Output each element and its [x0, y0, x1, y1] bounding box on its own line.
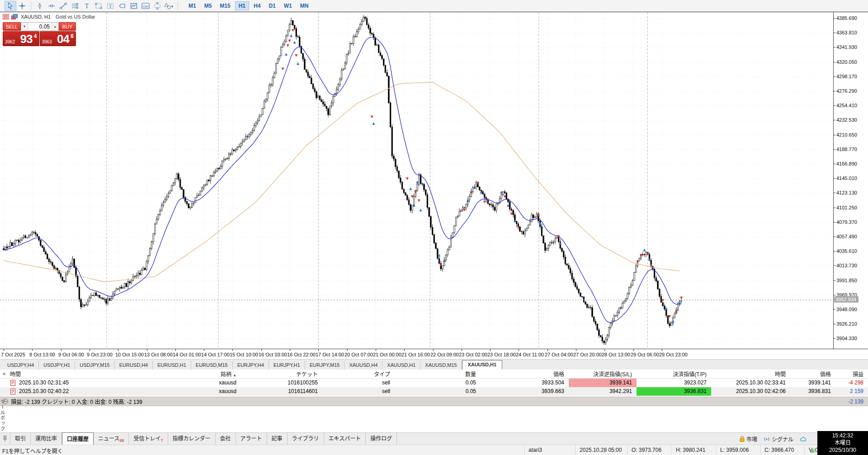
- chart-tab-XAUUSD-M15[interactable]: XAUUSD,M15: [420, 361, 462, 370]
- history-row-1[interactable]: 2025.10.30 02:31:45 xauusd 1016100255 se…: [0, 379, 868, 387]
- trendline-tool-icon[interactable]: [57, 1, 69, 11]
- timeframe-button-H4[interactable]: H4: [250, 1, 264, 10]
- horizontal-line-tool-icon[interactable]: [46, 1, 57, 11]
- column-header-4[interactable]: 数量: [395, 370, 481, 378]
- crosshair-tool-icon[interactable]: [16, 1, 28, 11]
- column-header-10[interactable]: 損益: [835, 370, 868, 378]
- ohlc-low: L: 3959.006: [716, 445, 760, 455]
- time-tick-mark: [376, 349, 376, 351]
- timeframe-button-D1[interactable]: D1: [265, 1, 279, 10]
- time-tick-label: 23 Oct 02:00: [459, 352, 487, 357]
- column-header-8[interactable]: 時間: [711, 370, 790, 378]
- toolbox-tab-1[interactable]: 運用比率: [31, 432, 62, 445]
- sort-asc-icon: ▲: [233, 373, 236, 377]
- price-tick-label: 4254.410: [836, 103, 857, 108]
- toolbox-tab-5[interactable]: 指標カレンダー: [168, 432, 216, 445]
- cursor-tool-icon[interactable]: [5, 1, 16, 11]
- price-tick-label: 4363.810: [836, 30, 857, 35]
- rectangle-tool-icon[interactable]: [93, 1, 104, 11]
- bar-time: 2025.10.28 05:00: [576, 445, 627, 455]
- signal-link[interactable]: シグナル: [764, 435, 793, 443]
- chart-tab-EURUSD-H1[interactable]: EURUSD,H1: [153, 361, 191, 370]
- toolbox-tab-11[interactable]: 操作ログ: [366, 432, 397, 445]
- chart-tab-EURJPY-H4[interactable]: EURJPY,H4: [233, 361, 269, 370]
- toolbox-tab-2[interactable]: 口座履歴: [62, 432, 94, 445]
- time-tick-mark: [462, 349, 462, 351]
- time-tick-mark: [290, 349, 290, 351]
- bid-quote[interactable]: 3962 93 4: [3, 31, 39, 46]
- one-click-trade-panel: SELL ▼ ▲ BUY 3962 93 4 3963 04 6: [3, 22, 76, 46]
- chart-tab-XAUUSD-H1[interactable]: XAUUSD,H1: [382, 361, 420, 370]
- svg-text:OK: OK: [143, 4, 148, 8]
- ellipse-tool-icon[interactable]: [151, 1, 163, 11]
- time-tick-mark: [347, 349, 348, 351]
- toolbox-tab-3[interactable]: ニュース99: [94, 432, 129, 445]
- shapes-tool-icon[interactable]: [163, 1, 175, 11]
- chart-tab-EURUSD-H4[interactable]: EURUSD,H4: [115, 361, 153, 370]
- toolbox-tabs: 取引運用比率口座履歴ニュース99受信トレイ7指標カレンダー会社アラート記事ライブ…: [10, 432, 397, 445]
- column-header-1[interactable]: 銘柄▲: [166, 370, 241, 378]
- chart-tab-XAUUSD-H1[interactable]: XAUUSD,H1: [462, 360, 503, 370]
- timeframe-button-M5[interactable]: M5: [201, 1, 216, 10]
- toolbox-tab-9[interactable]: ライブラリ: [288, 432, 324, 445]
- time-tick-mark: [32, 349, 33, 351]
- toolbox-tab-8[interactable]: 記事: [267, 432, 288, 445]
- time-axis[interactable]: 7 Oct 20258 Oct 13:009 Oct 06:009 Oct 23…: [0, 349, 868, 359]
- time-tick-mark: [118, 349, 118, 351]
- pin-icon[interactable]: [2, 435, 8, 442]
- cloud-icon[interactable]: [800, 436, 807, 442]
- time-tick-mark: [90, 349, 90, 351]
- price-axis[interactable]: 4385.6904363.8104341.9304320.0504298.170…: [833, 12, 868, 349]
- column-header-0[interactable]: 時間: [8, 370, 166, 378]
- column-header-6[interactable]: 決済逆指値(S/L): [569, 370, 637, 378]
- price-tick-label: 4101.250: [836, 205, 857, 210]
- column-header-2[interactable]: チケット: [241, 370, 322, 378]
- close-toolbox-button[interactable]: ×: [0, 371, 8, 377]
- ohlc-high: H: 3980.241: [672, 445, 716, 455]
- sell-button[interactable]: SELL: [3, 22, 21, 31]
- indicator-window-icon[interactable]: [128, 1, 140, 11]
- price-tick-label: 3948.090: [836, 307, 857, 312]
- equidistant-channel-tool-icon[interactable]: [69, 1, 81, 11]
- market-link[interactable]: 市場: [740, 435, 757, 443]
- chart-tab-USDJPY-H4[interactable]: USDJPY,H4: [3, 361, 39, 370]
- chart-tab-XAUUSD-H4[interactable]: XAUUSD,H4: [344, 361, 382, 370]
- chart-tab-USDJPY-M15[interactable]: USDJPY,M15: [75, 361, 114, 370]
- column-header-3[interactable]: タイプ: [322, 370, 395, 378]
- volume-input[interactable]: [28, 23, 52, 30]
- toolbar-separator: [178, 2, 178, 10]
- column-header-9[interactable]: 価格: [790, 370, 835, 378]
- toolbox-tab-4[interactable]: 受信トレイ7: [129, 432, 168, 445]
- toolbox-tab-0[interactable]: 取引: [10, 432, 31, 445]
- timeframe-button-M15[interactable]: M15: [216, 1, 234, 10]
- volume-increase-button[interactable]: ▲: [52, 23, 59, 30]
- toolbox-tab-10[interactable]: エキスパート: [324, 432, 366, 445]
- column-header-5[interactable]: 価格: [481, 370, 569, 378]
- vertical-line-tool-icon[interactable]: [34, 1, 46, 11]
- clock-date: 2025/10/30: [817, 446, 868, 454]
- timeframe-button-MN[interactable]: MN: [297, 1, 312, 10]
- price-chart[interactable]: [0, 12, 833, 349]
- ok-dialog-icon[interactable]: OK: [140, 1, 151, 11]
- timeframe-button-W1[interactable]: W1: [280, 1, 296, 10]
- chart-tab-EURUSD-M15[interactable]: EURUSD,M15: [191, 361, 233, 370]
- toolbox-tab-7[interactable]: アラート: [236, 432, 267, 445]
- text-tool-icon[interactable]: T: [81, 1, 93, 11]
- timeframe-button-M1[interactable]: M1: [185, 1, 200, 10]
- buy-button[interactable]: BUY: [59, 22, 76, 31]
- chart-tab-USDJPY-H1[interactable]: USDJPY,H1: [39, 361, 75, 370]
- history-row-2[interactable]: 2025.10.30 02:40:22 xauusd 1016114601 se…: [0, 387, 868, 396]
- column-header-7[interactable]: 決済指値(T/P): [637, 370, 711, 378]
- svg-text:T: T: [109, 3, 112, 9]
- timeframe-button-H1[interactable]: H1: [235, 1, 249, 10]
- time-tick-mark: [147, 349, 147, 351]
- text-label-tool-icon[interactable]: T: [104, 1, 116, 11]
- ask-quote[interactable]: 3963 04 6: [40, 31, 76, 46]
- toolbox-tab-6[interactable]: 会社: [216, 432, 236, 445]
- connection-bars-icon: [811, 447, 816, 453]
- chart-tab-EURJPY-M15[interactable]: EURJPY,M15: [305, 361, 344, 370]
- chart-tab-EURJPY-H1[interactable]: EURJPY,H1: [269, 361, 305, 370]
- price-tick-label: 4145.010: [836, 175, 857, 181]
- price-label-tool-icon[interactable]: [116, 1, 128, 11]
- volume-decrease-button[interactable]: ▼: [21, 23, 28, 30]
